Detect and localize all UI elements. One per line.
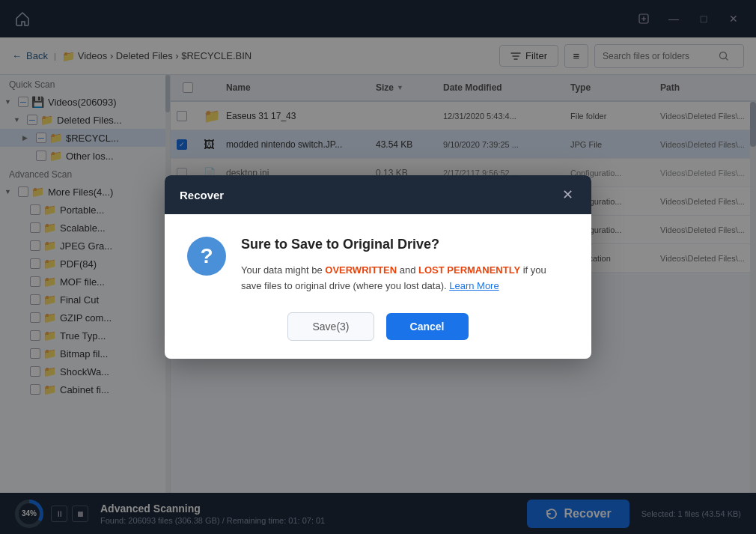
overwrite-text: OVERWRITTEN [325,264,397,276]
dialog-title: Recover [180,189,224,201]
cancel-button[interactable]: Cancel [386,313,469,340]
dialog-heading: Sure to Save to Original Drive? [241,237,569,252]
modal-overlay: Recover ✕ ? Sure to Save to Original Dri… [0,0,756,534]
save-button[interactable]: Save(3) [287,312,374,341]
dialog-content: Sure to Save to Original Drive? Your dat… [241,237,569,294]
dialog-body: ? Sure to Save to Original Drive? Your d… [165,214,591,312]
dialog-close-button[interactable]: ✕ [558,186,576,204]
dialog-title-bar: Recover ✕ [165,175,591,214]
dialog-body-text: Your data might be OVERWRITTEN and LOST … [241,263,569,294]
lost-text: LOST PERMANENTLY [418,264,520,276]
question-icon: ? [187,237,226,276]
body-text-1: Your data might be [241,264,325,276]
learn-more-link[interactable]: Learn More [449,280,499,291]
question-mark: ? [200,244,213,268]
dialog-footer: Save(3) Cancel [165,312,591,359]
body-text-2: and [397,264,418,276]
recover-dialog: Recover ✕ ? Sure to Save to Original Dri… [165,175,591,359]
